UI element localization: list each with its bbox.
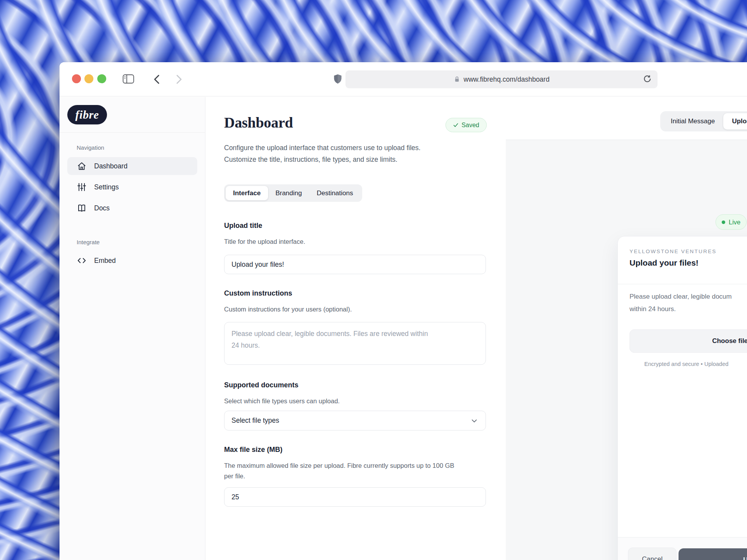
sidebar-item-dashboard[interactable]: Dashboard: [67, 157, 197, 175]
sliders-icon: [77, 182, 87, 192]
fibre-logo[interactable]: fibre: [67, 105, 107, 124]
sidebar-section-navigation: Navigation: [67, 144, 197, 151]
card-divider: [618, 284, 747, 284]
choose-files-button[interactable]: Choose files: [630, 329, 747, 353]
supported-documents-label: Supported documents: [224, 381, 298, 389]
preview-instructions-line2: within 24 hours.: [630, 303, 732, 315]
preview-panel: Initial Message Upload Live YELLOWSTONE …: [506, 97, 747, 560]
refresh-icon[interactable]: [642, 74, 652, 84]
preview-upload-title: Upload your files!: [630, 258, 698, 268]
check-icon: [453, 122, 459, 128]
sidebar-item-label: Docs: [94, 204, 110, 212]
upload-title-helper: Title for the upload interface.: [224, 236, 305, 247]
sidebar-toggle-icon[interactable]: [123, 73, 134, 85]
preview-mode-tabs: Initial Message Upload: [660, 111, 747, 131]
max-file-size-label: Max file size (MB): [224, 446, 282, 454]
sidebar-item-docs[interactable]: Docs: [67, 199, 197, 217]
upload-preview-card: YELLOWSTONE VENTURES Upload your files! …: [617, 236, 747, 560]
tab-initial-message[interactable]: Initial Message: [662, 113, 723, 130]
page-description-line2: Customize the title, instructions, file …: [224, 154, 421, 165]
textarea-placeholder-line1: Please upload clear, legible documents. …: [231, 328, 479, 340]
browser-window: www.fibrehq.com/dashboard fibre Navigati…: [60, 62, 747, 560]
sidebar-section-integrate: Integrate: [67, 239, 197, 245]
forward-icon[interactable]: [173, 74, 184, 85]
saved-status-badge: Saved: [445, 118, 487, 132]
max-file-size-helper: The maximum allowed file size per upload…: [224, 460, 454, 481]
sidebar-item-label: Dashboard: [94, 162, 128, 170]
tab-upload[interactable]: Upload: [723, 113, 747, 130]
page-description-line1: Configure the upload interface that cust…: [224, 142, 421, 154]
lock-icon: [454, 75, 460, 83]
sidebar-item-label: Embed: [94, 257, 116, 265]
chevron-down-icon: [470, 416, 479, 425]
book-icon: [77, 203, 87, 213]
app-body: fibre Navigation Dashboard Setti: [60, 97, 747, 560]
custom-instructions-helper: Custom instructions for your users (opti…: [224, 304, 352, 315]
max-file-size-helper-line2: per file.: [224, 471, 454, 481]
main-content: Dashboard Saved Configure the upload int…: [205, 97, 506, 560]
address-bar[interactable]: www.fibrehq.com/dashboard: [345, 70, 658, 88]
file-types-select-value: Select file types: [231, 416, 279, 425]
browser-toolbar: www.fibrehq.com/dashboard: [60, 62, 747, 96]
saved-status-label: Saved: [461, 122, 479, 129]
back-icon[interactable]: [151, 74, 163, 85]
home-icon: [77, 161, 87, 171]
supported-documents-helper: Select which file types users can upload…: [224, 396, 340, 406]
zoom-window-button[interactable]: [97, 74, 106, 83]
card-footer: Cancel Upload: [618, 537, 747, 560]
live-status-badge: Live: [715, 214, 747, 230]
url-text: www.fibrehq.com/dashboard: [464, 75, 550, 84]
page-description: Configure the upload interface that cust…: [224, 142, 421, 165]
max-file-size-helper-line1: The maximum allowed file size per upload…: [224, 460, 454, 471]
sidebar: fibre Navigation Dashboard Setti: [60, 97, 205, 560]
upload-title-input[interactable]: [224, 255, 486, 274]
close-window-button[interactable]: [72, 74, 81, 83]
custom-instructions-textarea[interactable]: Please upload clear, legible documents. …: [224, 322, 486, 365]
sidebar-item-label: Settings: [94, 183, 119, 191]
upload-title-label: Upload title: [224, 222, 262, 230]
textarea-placeholder-line2: 24 hours.: [231, 340, 479, 351]
tab-branding[interactable]: Branding: [268, 186, 309, 200]
code-icon: [77, 256, 87, 266]
upload-submit-button[interactable]: Upload: [679, 548, 747, 560]
preview-brand-name: YELLOWSTONE VENTURES: [630, 248, 717, 254]
custom-instructions-label: Custom instructions: [224, 289, 292, 298]
preview-header: Initial Message Upload: [506, 97, 747, 140]
preview-instructions: Please upload clear, legible docum withi…: [630, 290, 732, 315]
settings-tabs: Interface Branding Destinations: [224, 184, 362, 202]
tab-destinations[interactable]: Destinations: [309, 186, 361, 200]
preview-instructions-line1: Please upload clear, legible docum: [630, 290, 732, 303]
secure-note: Encrypted and secure • Uploaded: [644, 361, 728, 367]
fibre-logo-text: fibre: [75, 108, 99, 121]
max-file-size-input[interactable]: [224, 487, 486, 507]
tab-interface[interactable]: Interface: [226, 186, 268, 200]
cancel-button[interactable]: Cancel: [628, 548, 677, 560]
sidebar-item-settings[interactable]: Settings: [67, 178, 197, 196]
live-status-label: Live: [729, 219, 740, 226]
minimize-window-button[interactable]: [84, 74, 93, 83]
sidebar-item-embed[interactable]: Embed: [67, 252, 197, 270]
privacy-shield-icon[interactable]: [332, 73, 344, 85]
page-title: Dashboard: [224, 114, 293, 131]
sidebar-divider: [60, 132, 205, 133]
file-types-select[interactable]: Select file types: [224, 411, 486, 430]
live-dot-icon: [722, 220, 725, 224]
